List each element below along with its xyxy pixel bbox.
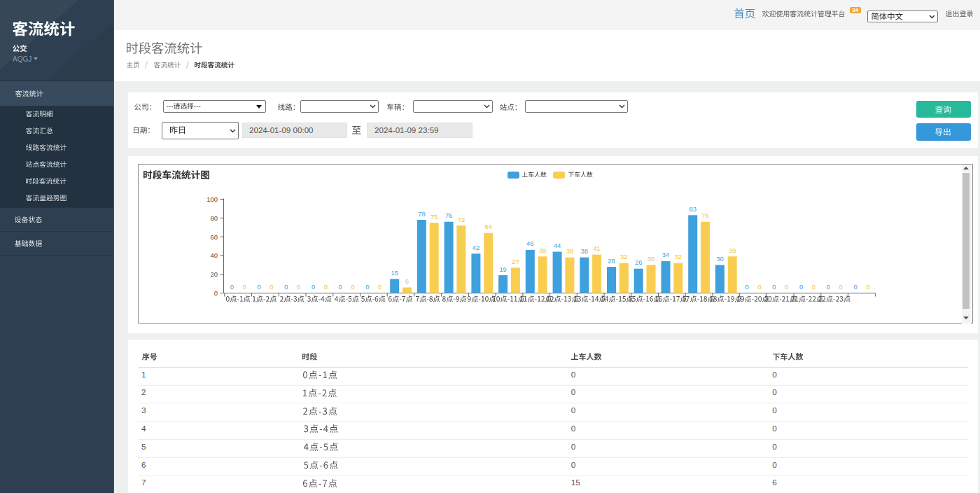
- svg-text:78: 78: [418, 210, 425, 218]
- svg-text:0: 0: [365, 283, 369, 291]
- svg-text:72: 72: [458, 216, 465, 223]
- svg-text:0: 0: [297, 283, 300, 291]
- svg-text:0: 0: [214, 289, 218, 297]
- svg-text:75: 75: [430, 213, 438, 221]
- svg-text:39: 39: [539, 246, 546, 254]
- svg-text:76: 76: [445, 211, 452, 219]
- svg-text:19: 19: [499, 265, 506, 273]
- svg-text:26: 26: [635, 258, 642, 266]
- svg-text:60: 60: [210, 233, 218, 241]
- svg-text:0: 0: [270, 283, 273, 291]
- svg-text:0: 0: [284, 283, 288, 291]
- svg-text:30: 30: [716, 255, 723, 263]
- svg-text:0: 0: [242, 283, 246, 291]
- svg-text:80: 80: [210, 214, 218, 222]
- svg-text:28: 28: [608, 257, 615, 265]
- svg-text:0: 0: [746, 283, 749, 291]
- svg-text:0: 0: [785, 283, 788, 291]
- svg-text:0: 0: [839, 283, 843, 291]
- svg-text:0: 0: [339, 283, 342, 291]
- svg-text:100: 100: [206, 195, 218, 203]
- svg-text:0: 0: [378, 283, 382, 291]
- svg-text:0: 0: [772, 283, 776, 291]
- svg-text:41: 41: [593, 244, 600, 252]
- svg-text:46: 46: [526, 239, 533, 247]
- svg-text:38: 38: [581, 247, 588, 255]
- svg-text:0: 0: [324, 283, 328, 291]
- svg-text:32: 32: [620, 253, 627, 261]
- svg-text:20: 20: [210, 270, 218, 278]
- svg-text:27: 27: [512, 258, 519, 265]
- svg-text:0: 0: [257, 283, 260, 291]
- svg-text:64: 64: [484, 223, 491, 230]
- svg-text:30: 30: [648, 255, 654, 263]
- svg-text:15: 15: [391, 269, 398, 277]
- svg-text:0: 0: [230, 283, 234, 291]
- svg-text:0: 0: [827, 283, 830, 291]
- svg-text:0: 0: [757, 283, 761, 291]
- svg-text:0: 0: [866, 283, 869, 291]
- svg-text:42: 42: [472, 244, 479, 251]
- svg-text:0: 0: [351, 283, 354, 291]
- svg-text:40: 40: [210, 251, 218, 259]
- svg-text:6: 6: [405, 277, 409, 285]
- svg-text:0: 0: [812, 283, 816, 291]
- svg-text:32: 32: [675, 253, 682, 261]
- svg-text:38: 38: [566, 247, 573, 255]
- svg-text:44: 44: [554, 242, 561, 249]
- svg-text:0: 0: [312, 283, 315, 291]
- svg-text:39: 39: [729, 246, 736, 254]
- svg-text:0: 0: [799, 283, 803, 291]
- svg-text:0: 0: [853, 283, 857, 291]
- svg-text:83: 83: [689, 205, 696, 213]
- svg-text:76: 76: [701, 211, 708, 219]
- svg-text:34: 34: [662, 251, 669, 258]
